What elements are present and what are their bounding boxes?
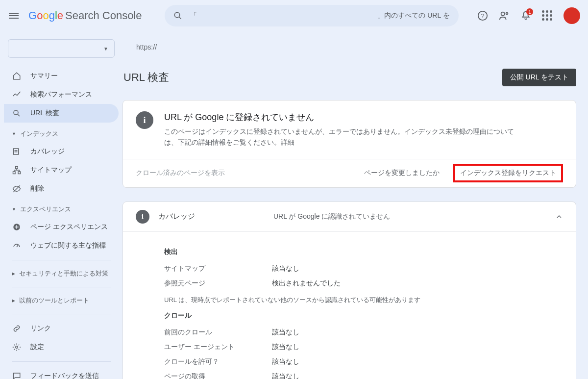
kv-key: 参照元ページ: [164, 279, 272, 288]
kv-value: 該当なし: [272, 264, 299, 273]
hamburger-menu-icon[interactable]: [8, 10, 20, 22]
sitemap-icon: [12, 165, 22, 175]
coverage-label: カバレッジ: [158, 212, 195, 221]
svg-line-1: [179, 17, 181, 19]
highlight-annotation: インデックス登録をリクエスト: [453, 164, 563, 182]
product-logo: Google Search Console: [28, 9, 142, 22]
circle-plus-icon: [12, 222, 22, 232]
sidebar-item-removals[interactable]: 削除: [4, 179, 119, 198]
avatar[interactable]: [564, 7, 580, 24]
notifications-icon[interactable]: 1: [520, 10, 531, 21]
sidebar-item-label: サイトマップ: [30, 166, 72, 175]
chevron-up-icon: [555, 213, 563, 221]
coverage-header[interactable]: i カバレッジ URL が Google に認識されていません: [123, 202, 576, 232]
kv-key: 前回のクロール: [164, 328, 272, 337]
divider: [12, 361, 111, 362]
svg-point-5: [506, 13, 508, 15]
sidebar-item-label: 設定: [30, 343, 44, 352]
kv-value: 該当なし: [272, 328, 299, 337]
svg-rect-11: [16, 167, 18, 169]
sidebar-group-security[interactable]: ▶セキュリティと手動による対策: [4, 265, 119, 282]
sidebar-item-url-inspect[interactable]: URL 検査: [4, 104, 119, 123]
page-title: URL 検査: [123, 70, 169, 85]
sidebar-item-label: ウェブに関する主な指標: [30, 241, 106, 250]
info-icon: i: [136, 210, 149, 224]
property-selector[interactable]: ▼: [8, 39, 115, 58]
kv-key: サイトマップ: [164, 264, 272, 273]
sidebar-item-feedback[interactable]: フィードバックを送信: [4, 367, 119, 379]
status-title: URL が Google に登録されていません: [164, 111, 517, 123]
caret-down-icon: ▼: [12, 207, 16, 212]
sidebar-item-label: 削除: [30, 184, 44, 193]
sidebar-item-label: URL 検査: [30, 109, 59, 118]
status-card: i URL が Google に登録されていません このページはインデックスに登…: [122, 100, 576, 188]
caret-down-icon: ▼: [12, 131, 16, 136]
help-icon[interactable]: ?: [477, 10, 488, 21]
request-indexing-link[interactable]: インデックス登録をリクエスト: [460, 169, 556, 177]
coverage-card: i カバレッジ URL が Google に認識されていません 検出 サイトマッ…: [122, 202, 576, 379]
sidebar-item-summary[interactable]: サマリー: [4, 67, 119, 85]
sidebar-item-settings[interactable]: 設定: [4, 338, 119, 356]
sidebar-group-legacy[interactable]: ▶以前のツールとレポート: [4, 292, 119, 309]
gear-icon: [12, 342, 22, 352]
svg-point-6: [14, 110, 18, 115]
sidebar-item-label: リンク: [30, 324, 51, 333]
view-crawled-page-link: クロール済みのページを表示: [136, 169, 225, 177]
users-icon[interactable]: [499, 10, 510, 21]
kv-key: ユーザー エージェント: [164, 343, 272, 352]
section-crawl: クロール: [164, 311, 546, 320]
divider: [12, 314, 111, 314]
caret-down-icon: ▼: [103, 46, 108, 51]
section-discovery: 検出: [164, 248, 546, 256]
caret-right-icon: ▶: [12, 271, 15, 276]
product-name: Search Console: [65, 9, 142, 22]
discovery-note: URL は、現時点でレポートされていない他のソースから認識されている可能性があり…: [164, 296, 546, 304]
info-icon: i: [136, 111, 153, 129]
divider: [12, 287, 111, 287]
divider: [12, 260, 111, 260]
apps-grid-icon[interactable]: [542, 10, 553, 21]
main-content: https:// URL 検査 公開 URL をテスト i URL が Goog…: [122, 31, 588, 379]
sidebar-item-web-vitals[interactable]: ウェブに関する主な指標: [4, 236, 119, 255]
kv-key: ページの取得: [164, 372, 272, 379]
svg-point-0: [174, 12, 180, 18]
notification-count: 1: [526, 8, 533, 15]
svg-rect-12: [13, 172, 16, 174]
svg-text:?: ?: [481, 12, 484, 20]
eye-off-icon: [12, 184, 22, 194]
svg-point-4: [501, 12, 505, 16]
test-live-url-button[interactable]: 公開 URL をテスト: [502, 69, 576, 86]
gauge-icon: [12, 241, 22, 251]
sidebar-item-label: サマリー: [30, 72, 58, 80]
svg-line-18: [17, 245, 18, 248]
kv-key: クロールを許可？: [164, 357, 272, 366]
sidebar-item-performance[interactable]: 検索パフォーマンス: [4, 85, 119, 104]
page-changed-link[interactable]: ページを変更しましたか: [364, 169, 440, 177]
coverage-summary: URL が Google に認識されていません: [273, 212, 390, 221]
search-text-right: 」内のすべての URL を: [377, 11, 449, 20]
search-text-left: 「: [190, 11, 197, 20]
sidebar-item-page-exp[interactable]: ページ エクスペリエンス: [4, 218, 119, 236]
sidebar-group-index[interactable]: ▼インデックス: [4, 126, 119, 142]
inspected-url: https://: [122, 39, 576, 55]
sidebar-item-sitemap[interactable]: サイトマップ: [4, 161, 119, 179]
svg-point-19: [16, 346, 18, 349]
kv-value: 検出されませんでした: [272, 279, 341, 288]
svg-line-7: [18, 114, 20, 116]
learn-more-link[interactable]: 詳細: [281, 138, 294, 146]
link-icon: [12, 324, 22, 333]
sidebar-group-experience[interactable]: ▼エクスペリエンス: [4, 201, 119, 218]
sidebar: ▼ サマリー 検索パフォーマンス URL 検査 ▼インデックス カバレッジ: [0, 31, 122, 379]
kv-value: 該当なし: [272, 343, 299, 352]
sidebar-item-links[interactable]: リンク: [4, 319, 119, 338]
sidebar-item-label: フィードバックを送信: [30, 372, 99, 379]
sidebar-item-label: ページ エクスペリエンス: [30, 223, 108, 231]
search-icon: [12, 108, 22, 118]
kv-value: 該当なし: [272, 372, 299, 379]
kv-value: 該当なし: [272, 357, 299, 366]
url-search-input[interactable]: 「 」内のすべての URL を: [165, 5, 459, 26]
sidebar-item-label: カバレッジ: [30, 147, 65, 156]
sidebar-item-label: 検索パフォーマンス: [30, 90, 92, 99]
sidebar-item-coverage[interactable]: カバレッジ: [4, 142, 119, 161]
trend-icon: [12, 90, 22, 100]
